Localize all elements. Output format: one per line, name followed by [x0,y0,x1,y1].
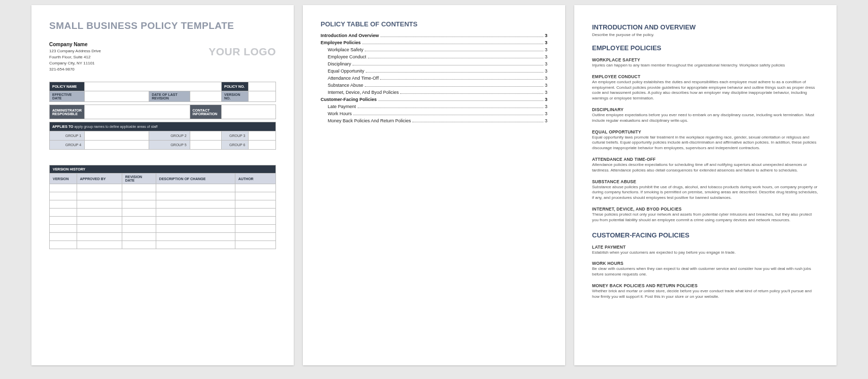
toc-entry: Money Back Policies And Return Policies3 [321,118,547,123]
policy-heading: INTERNET, DEVICE, AND BYOD POLICIES [592,206,819,212]
toc-text: Disciplinary [328,61,351,66]
policy-heading: WORKPLACE SAFETY [592,57,819,62]
policy-body: Outline employee expectations before you… [592,113,819,124]
policy-heading: DISCIPLINARY [592,107,819,112]
page-3: INTRODUCTION AND OVERVIEW Describe the p… [574,5,837,365]
policy-heading: WORK HOURS [592,261,819,266]
label-group3: GROUP 3 [221,131,249,141]
label-group4: GROUP 4 [50,141,85,150]
field-policy-no[interactable] [249,82,276,91]
toc-text: Attendance And Time-Off [328,76,378,81]
label-contact: CONTACT INFORMATION [190,105,221,119]
company-phone: 321-654-9870 [49,66,276,73]
heading-intro: INTRODUCTION AND OVERVIEW [592,23,819,31]
toc-text: Introduction And Overview [321,33,379,38]
toc-text: Employee Conduct [328,54,366,59]
toc-page: 3 [545,40,547,45]
field-group1[interactable] [85,131,149,141]
page-2: POLICY TABLE OF CONTENTS Introduction An… [303,5,565,365]
toc-dots [358,108,543,108]
toc-entry: Substance Abuse3 [321,83,547,88]
policy-heading: EQUAL OPPORTUNITY [592,129,819,134]
toc-text: Customer-Facing Policies [321,97,377,102]
vh-row[interactable] [50,241,276,249]
label-policy-no: POLICY NO. [221,82,249,91]
toc-entry: Attendance And Time-Off3 [321,76,547,81]
vh-row[interactable] [50,209,276,217]
doc-title: SMALL BUSINESS POLICY TEMPLATE [49,20,276,31]
col-revdate: REVISION DATE [122,174,156,184]
label-group1: GROUP 1 [50,131,85,141]
label-version-history: VERSION HISTORY [50,165,276,174]
label-eff-date: EFFECTIVE DATE [50,91,85,102]
toc-dots [368,58,543,58]
vh-row[interactable] [50,217,276,225]
vh-row[interactable] [50,225,276,233]
vh-row[interactable] [50,192,276,200]
vh-row[interactable] [50,200,276,209]
field-last-rev[interactable] [190,91,221,102]
page-1: SMALL BUSINESS POLICY TEMPLATE Company N… [31,5,294,365]
field-ver-no[interactable] [249,91,276,102]
toc-page: 3 [545,54,547,59]
field-group6[interactable] [249,141,276,150]
policy-heading: LATE PAYMENT [592,245,819,250]
toc-list: Introduction And Overview3Employee Polic… [321,33,547,123]
toc-page: 3 [545,90,547,95]
label-policy-name: POLICY NAME [50,82,85,91]
label-ver-no: VERSION NO. [221,91,249,102]
logo-placeholder: YOUR LOGO [209,46,276,58]
policy-body: Injuries can happen to any team member t… [592,63,819,68]
vh-row[interactable] [50,233,276,241]
policy-heading: MONEY BACK POLICIES AND RETURN POLICIES [592,283,819,288]
toc-dots [366,72,543,73]
field-policy-name[interactable] [85,82,222,91]
field-eff-date[interactable] [85,91,149,102]
field-contact[interactable] [221,105,275,119]
employee-policies-list: WORKPLACE SAFETYInjuries can happen to a… [592,57,819,223]
toc-text: Work Hours [328,111,352,116]
toc-page: 3 [545,33,547,38]
toc-page: 3 [545,118,547,123]
field-group3[interactable] [249,131,276,141]
policy-body: These policies protect not only your net… [592,212,819,223]
policy-body: An employee conduct policy establishes t… [592,80,819,101]
toc-text: Money Back Policies And Return Policies [328,118,411,123]
toc-page: 3 [545,68,547,74]
toc-text: Internet, Device, And Byod Policies [328,90,399,95]
toc-page: 3 [545,97,547,102]
toc-text: Substance Abuse [328,83,363,88]
toc-text: Workplace Safety [328,47,363,52]
field-group2[interactable] [190,131,221,141]
toc-entry: Workplace Safety3 [321,47,547,52]
policy-heading: ATTENDANCE AND TIME-OFF [592,157,819,162]
heading-employee-policies: EMPLOYEE POLICIES [592,44,819,52]
toc-page: 3 [545,83,547,88]
version-history-table: VERSION HISTORY VERSION APPROVED BY REVI… [49,165,276,249]
label-applies: APPLIES TO apply group names to define a… [50,122,276,131]
policy-body: Attendance policies describe expectation… [592,162,819,174]
label-group5: GROUP 5 [149,141,190,150]
col-approved: APPROVED BY [77,174,122,184]
col-author: AUTHOR [235,174,275,184]
toc-dots [380,37,543,37]
field-group4[interactable] [85,141,149,150]
col-desc: DESCRIPTION OF CHANGE [156,174,235,184]
toc-dots [365,51,543,51]
applies-note: apply group names to define applicable a… [74,125,157,128]
vh-row[interactable] [50,184,276,192]
policy-body: Substance abuse policies prohibit the us… [592,185,819,201]
toc-title: POLICY TABLE OF CONTENTS [321,20,547,28]
toc-entry: Internet, Device, And Byod Policies3 [321,90,547,95]
policy-heading: SUBSTANCE ABUSE [592,179,819,184]
toc-page: 3 [545,111,547,116]
field-admin[interactable] [85,105,190,119]
toc-dots [353,65,543,65]
toc-text: Employee Policies [321,40,361,45]
field-group5[interactable] [190,141,221,150]
toc-entry: Late Payment3 [321,104,547,109]
meta-grid: POLICY NAME POLICY NO. EFFECTIVE DATE DA… [49,82,276,150]
customer-policies-list: LATE PAYMENTEstablish when your customer… [592,245,819,300]
toc-entry: Equal Opportunity3 [321,68,547,74]
label-last-rev: DATE OF LAST REVISION [149,91,190,102]
